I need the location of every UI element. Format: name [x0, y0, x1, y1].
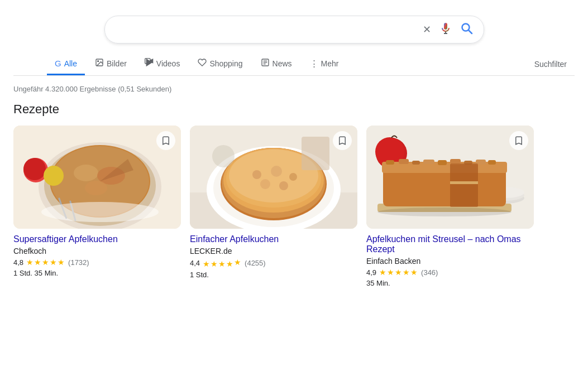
recipe-card-3[interactable]: Apfelkuchen mit Streusel – nach Omas Rez…: [366, 126, 534, 287]
svg-point-18: [74, 165, 98, 181]
svg-point-22: [23, 158, 46, 180]
svg-rect-61: [450, 163, 478, 207]
svg-rect-62: [450, 181, 478, 184]
svg-rect-54: [412, 161, 420, 165]
bookmark-btn-3[interactable]: [509, 131, 528, 150]
recipe-cards: Supersaftiger Apfelkuchen Chefkoch 4,8 ★…: [13, 126, 575, 287]
svg-point-23: [44, 166, 64, 186]
stars-2: ★★★★★: [203, 258, 242, 268]
tab-news-label: News: [273, 59, 292, 68]
svg-rect-41: [302, 137, 329, 170]
tab-shopping-label: Shopping: [209, 59, 242, 68]
tab-mehr-label: Mehr: [321, 59, 339, 68]
rating-value-1: 4,8: [13, 258, 23, 267]
tab-alle[interactable]: G Alle: [47, 53, 85, 75]
recipe-rating-1: 4,8 ★★★★★ (1732): [13, 258, 181, 267]
recipe-time-3: 35 Min.: [366, 279, 534, 287]
tab-news[interactable]: News: [253, 52, 300, 76]
clear-icon[interactable]: ✕: [423, 23, 431, 36]
svg-marker-8: [150, 59, 153, 63]
recipe-image-1: [13, 126, 181, 229]
tab-videos[interactable]: Videos: [137, 52, 188, 76]
recipe-source-3: Einfach Backen: [366, 257, 534, 266]
svg-rect-52: [386, 160, 394, 165]
recipe-rating-2: 4,4 ★★★★★ (4255): [190, 258, 357, 268]
more-icon: ⋮: [310, 59, 318, 69]
rating-value-2: 4,4: [190, 259, 200, 267]
recipe-source-1: Chefkoch: [13, 247, 181, 256]
search-button[interactable]: [460, 22, 474, 37]
rating-count-3: (346): [421, 268, 438, 277]
tab-alle-label: Alle: [64, 59, 77, 68]
svg-line-3: [469, 30, 472, 33]
svg-point-20: [85, 181, 107, 195]
suchfilter-button[interactable]: Suchfilter: [527, 54, 575, 74]
nav-tabs: G Alle Bilder Videos Shopp: [13, 52, 575, 76]
recipe-source-2: LECKER.de: [190, 247, 357, 256]
svg-point-63: [377, 208, 511, 216]
svg-rect-57: [450, 159, 461, 163]
recipe-image-2: [190, 126, 357, 229]
shopping-icon: [198, 58, 207, 69]
video-icon: [145, 58, 154, 69]
svg-point-42: [212, 145, 235, 167]
news-icon: [261, 58, 270, 69]
recipe-card-1[interactable]: Supersaftiger Apfelkuchen Chefkoch 4,8 ★…: [13, 126, 181, 287]
svg-rect-53: [399, 159, 409, 164]
recipe-title-1[interactable]: Supersaftiger Apfelkuchen: [13, 234, 181, 244]
svg-rect-55: [423, 160, 434, 164]
recipe-time-1: 1 Std. 35 Min.: [13, 269, 181, 277]
bookmark-btn-2[interactable]: [333, 131, 352, 150]
tab-videos-label: Videos: [156, 59, 180, 68]
recipe-image-3: [366, 126, 534, 229]
svg-point-5: [98, 61, 99, 62]
stars-3: ★★★★★: [379, 268, 418, 277]
google-g-icon: G: [55, 59, 61, 68]
rating-value-3: 4,9: [366, 268, 376, 277]
section-title: Rezepte: [13, 102, 575, 117]
search-input[interactable]: rezept apfelkuchen: [115, 25, 423, 35]
tab-bilder-label: Bilder: [107, 59, 127, 68]
tab-shopping[interactable]: Shopping: [190, 52, 250, 76]
mic-icon[interactable]: [439, 22, 452, 37]
recipe-title-3[interactable]: Apfelkuchen mit Streusel – nach Omas Rez…: [366, 234, 534, 254]
results-count: Ungefähr 4.320.000 Ergebnisse (0,51 Seku…: [13, 81, 575, 102]
recipe-card-2[interactable]: Einfacher Apfelkuchen LECKER.de 4,4 ★★★★…: [190, 126, 357, 287]
rating-count-2: (4255): [245, 259, 266, 267]
image-icon: [95, 58, 104, 69]
recipe-time-2: 1 Std.: [190, 271, 357, 279]
recipe-rating-3: 4,9 ★★★★★ (346): [366, 268, 534, 277]
bookmark-btn-1[interactable]: [156, 131, 175, 150]
stars-1: ★★★★★: [26, 258, 65, 267]
tab-mehr[interactable]: ⋮ Mehr: [302, 53, 347, 76]
tab-bilder[interactable]: Bilder: [87, 52, 135, 76]
rating-count-1: (1732): [68, 258, 89, 267]
recipe-title-2[interactable]: Einfacher Apfelkuchen: [190, 234, 357, 244]
svg-point-26: [41, 202, 159, 222]
search-bar[interactable]: rezept apfelkuchen ✕: [104, 16, 484, 44]
svg-rect-56: [438, 160, 447, 165]
svg-rect-60: [488, 160, 496, 165]
